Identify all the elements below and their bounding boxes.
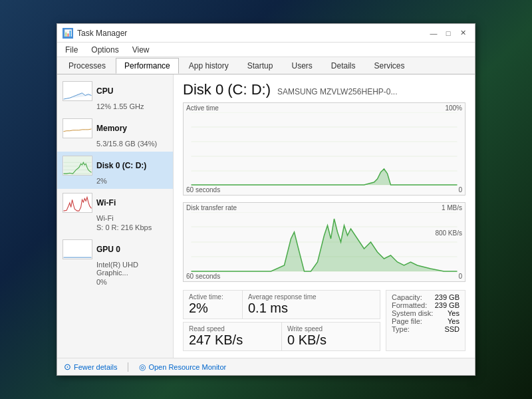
active-time-stat: Active time: 2% xyxy=(183,290,243,319)
title-bar: 📊 Task Manager — □ ✕ xyxy=(57,24,475,43)
tab-processes[interactable]: Processes xyxy=(60,58,114,74)
svg-marker-15 xyxy=(192,169,458,185)
cpu-thumbnail xyxy=(63,81,92,101)
chart2-top-right: 1 MB/s xyxy=(442,204,462,211)
tabs-bar: Processes Performance App history Startu… xyxy=(57,57,475,74)
gpu-sub2: 0% xyxy=(63,278,168,286)
window-title: Task Manager xyxy=(77,29,127,38)
tab-services[interactable]: Services xyxy=(366,58,414,74)
cpu-sub: 12% 1.55 GHz xyxy=(63,102,168,110)
main-panel: Disk 0 (C: D:) SAMSUNG MZVLW256HEHP-0...… xyxy=(174,74,475,358)
wifi-sub2: S: 0 R: 216 Kbps xyxy=(63,223,168,231)
tab-users[interactable]: Users xyxy=(283,58,321,74)
system-disk-label: System disk: xyxy=(392,309,433,317)
right-stats-box: Capacity: 239 GB Formatted: 239 GB Syste… xyxy=(386,290,466,351)
system-disk-row: System disk: Yes xyxy=(392,309,460,317)
content-area: CPU 12% 1.55 GHz Memory 5.3/15.8 GB (34%… xyxy=(57,74,475,358)
gpu-label: GPU 0 xyxy=(96,245,120,254)
sidebar-item-disk-header: Disk 0 (C: D:) xyxy=(63,156,168,176)
sidebar-item-wifi[interactable]: Wi-Fi Wi-Fi S: 0 R: 216 Kbps xyxy=(57,189,173,235)
active-time-label: Active time: xyxy=(189,293,237,301)
sidebar-item-cpu[interactable]: CPU 12% 1.55 GHz xyxy=(57,77,173,114)
monitor-icon: ◎ xyxy=(139,362,146,372)
disk-model: SAMSUNG MZVLW256HEHP-0... xyxy=(277,87,397,96)
type-value: SSD xyxy=(444,325,460,333)
menu-bar: File Options View xyxy=(57,43,475,57)
svg-rect-1 xyxy=(64,119,92,138)
chart1-bottom-left: 60 seconds xyxy=(186,186,220,194)
chart1-top-right: 100% xyxy=(445,104,462,112)
gpu-thumbnail xyxy=(63,239,92,259)
transfer-rate-chart: Disk transfer rate 1 MB/s 800 KB/s 60 se… xyxy=(183,202,466,282)
disk-sub: 2% xyxy=(63,177,168,185)
system-disk-value: Yes xyxy=(448,309,460,317)
sidebar-item-gpu-header: GPU 0 xyxy=(63,239,168,259)
chart2-bottom-right: 0 xyxy=(458,273,462,280)
menu-view[interactable]: View xyxy=(127,44,155,56)
capacity-row: Capacity: 239 GB xyxy=(392,293,460,301)
sidebar: CPU 12% 1.55 GHz Memory 5.3/15.8 GB (34%… xyxy=(57,74,174,358)
svg-rect-8 xyxy=(64,240,92,259)
read-speed-value: 247 KB/s xyxy=(189,332,276,348)
memory-thumbnail xyxy=(63,118,92,138)
active-time-chart: Active time 100% 60 seconds 0 xyxy=(183,102,466,196)
tab-app-history[interactable]: App history xyxy=(180,58,237,74)
avg-response-stat: Average response time 0.1 ms xyxy=(243,290,380,319)
sidebar-item-wifi-header: Wi-Fi xyxy=(63,193,168,213)
capacity-value: 239 GB xyxy=(435,293,460,301)
disk-label: Disk 0 (C: D:) xyxy=(96,161,146,170)
chart1-bottom-right: 0 xyxy=(458,186,462,194)
sidebar-item-memory[interactable]: Memory 5.3/15.8 GB (34%) xyxy=(57,114,173,152)
minimize-button[interactable]: — xyxy=(427,27,440,39)
menu-file[interactable]: File xyxy=(60,44,83,56)
sidebar-item-disk0[interactable]: Disk 0 (C: D:) 2% xyxy=(57,152,173,189)
write-speed-stat: Write speed 0 KB/s xyxy=(282,322,380,351)
avg-response-label: Average response time xyxy=(248,293,374,301)
window-controls: — □ ✕ xyxy=(427,27,469,39)
chevron-up-icon: ⊙ xyxy=(64,362,71,372)
formatted-label: Formatted: xyxy=(392,301,427,309)
gpu-sub: Intel(R) UHD Graphic... xyxy=(63,261,168,277)
chart2-mid-right: 800 KB/s xyxy=(435,229,462,237)
fewer-details-label: Fewer details xyxy=(74,363,117,371)
chart1-label: Active time xyxy=(186,104,462,112)
sidebar-item-memory-header: Memory xyxy=(63,118,168,138)
page-file-value: Yes xyxy=(448,317,460,325)
open-resource-monitor-link[interactable]: ◎ Open Resource Monitor xyxy=(139,362,226,372)
maximize-button[interactable]: □ xyxy=(442,27,455,39)
tab-performance[interactable]: Performance xyxy=(116,58,179,74)
sidebar-item-cpu-header: CPU xyxy=(63,81,168,101)
avg-response-value: 0.1 ms xyxy=(248,301,374,316)
svg-rect-2 xyxy=(64,156,92,175)
svg-rect-7 xyxy=(64,194,92,212)
chart2-bottom-left: 60 seconds xyxy=(186,273,220,280)
open-resource-monitor-label: Open Resource Monitor xyxy=(148,363,226,371)
chart-section: Active time 100% 60 seconds 0 xyxy=(183,102,466,285)
disk-title: Disk 0 (C: D:) xyxy=(183,81,271,98)
main-title-row: Disk 0 (C: D:) SAMSUNG MZVLW256HEHP-0... xyxy=(183,81,466,98)
read-speed-label: Read speed xyxy=(189,325,276,332)
footer-bar: ⊙ Fewer details ◎ Open Resource Monitor xyxy=(57,358,475,375)
formatted-value: 239 GB xyxy=(435,301,460,309)
page-file-label: Page file: xyxy=(392,317,422,325)
read-speed-stat: Read speed 247 KB/s xyxy=(183,322,282,351)
sidebar-item-gpu0[interactable]: GPU 0 Intel(R) UHD Graphic... 0% xyxy=(57,235,173,290)
stats-bottom: Active time: 2% Average response time 0.… xyxy=(183,290,466,351)
write-speed-value: 0 KB/s xyxy=(287,332,374,348)
formatted-row: Formatted: 239 GB xyxy=(392,301,460,309)
app-icon: 📊 xyxy=(63,28,73,39)
svg-rect-0 xyxy=(64,82,92,100)
task-manager-window: 📊 Task Manager — □ ✕ File Options View P… xyxy=(57,23,475,376)
capacity-label: Capacity: xyxy=(392,293,422,301)
title-bar-left: 📊 Task Manager xyxy=(63,28,127,39)
fewer-details-link[interactable]: ⊙ Fewer details xyxy=(64,362,117,372)
cpu-label: CPU xyxy=(96,86,113,96)
menu-options[interactable]: Options xyxy=(86,44,124,56)
footer-divider xyxy=(128,362,128,372)
type-label: Type: xyxy=(392,325,410,333)
active-time-value: 2% xyxy=(189,301,237,316)
tab-details[interactable]: Details xyxy=(323,58,364,74)
write-speed-label: Write speed xyxy=(287,325,374,332)
close-button[interactable]: ✕ xyxy=(456,27,469,39)
tab-startup[interactable]: Startup xyxy=(239,58,282,74)
